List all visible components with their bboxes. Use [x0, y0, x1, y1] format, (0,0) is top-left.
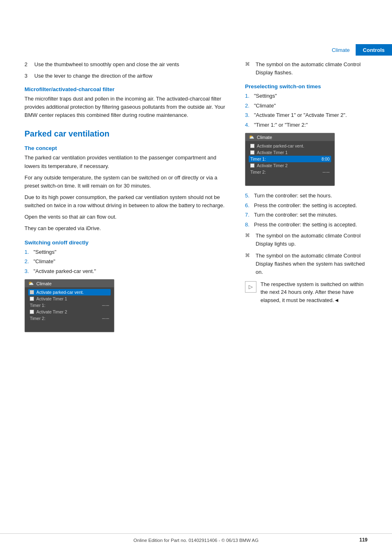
- climate-icon: ⛅: [28, 281, 34, 286]
- screen-2-menu: Activate parked-car vent. Activate Timer…: [245, 141, 334, 177]
- concept-text-3: Due to its high power consumption, the p…: [24, 193, 229, 210]
- page-number: 119: [359, 537, 368, 543]
- screen-menu-item: Activate Timer 1: [249, 149, 331, 156]
- concept-heading: The concept: [24, 145, 229, 151]
- list-item: 8. Press the controller: the setting is …: [245, 221, 368, 229]
- screen-menu-item: Activate Timer 2: [249, 162, 331, 169]
- list-item: 5. Turn the controller: set the hours.: [245, 192, 368, 200]
- note-flashes-on: ⌘ The symbol on the automatic climate Co…: [245, 252, 368, 276]
- switching-heading: Switching on/off directly: [24, 239, 229, 246]
- content-wrapper: 2 Use the thumbwheel to smoothly open an…: [24, 60, 368, 522]
- list-item: 4. "Timer 1:" or "Timer 2:": [245, 121, 368, 129]
- footer: Online Edition for Part no. 01402911406 …: [0, 533, 392, 543]
- tab-controls[interactable]: Controls: [356, 44, 392, 56]
- list-item: 7. Turn the controller: set the minutes.: [245, 211, 368, 219]
- left-column: 2 Use the thumbwheel to smoothly open an…: [24, 60, 229, 522]
- right-column: ⌘ The symbol on the automatic climate Co…: [245, 60, 368, 522]
- screen-1-titlebar: ⛅ Climate: [25, 280, 114, 287]
- screen-menu-item: Timer 1: 8:00: [249, 156, 331, 162]
- concept-text-5: They can be operated via iDrive.: [24, 224, 229, 233]
- checkbox-icon: [250, 144, 254, 148]
- screen-menu-item: Timer 2: ─·─: [28, 315, 111, 322]
- parked-car-heading: Parked car ventilation: [24, 129, 229, 139]
- screen-menu-item: Activate parked-car vent.: [249, 143, 331, 149]
- list-item: 2. "Climate": [24, 257, 229, 266]
- microfilter-heading: Microfilter/activated-charcoal filter: [24, 86, 229, 92]
- list-item: 6. Press the controller: the setting is …: [245, 201, 368, 210]
- concept-text-2: For any outside temperature, the system …: [24, 174, 229, 190]
- triangle-icon: [245, 281, 256, 293]
- concept-text-4: Open the vents so that air can flow out.: [24, 213, 229, 221]
- concept-text-1: The parked car ventilation provides vent…: [24, 154, 229, 170]
- screen-menu-item: Activate Timer 2: [28, 309, 111, 315]
- list-item: 2. "Climate": [245, 102, 368, 110]
- climate-icon: ⛅: [249, 134, 254, 140]
- screen-menu-item: Timer 2: ─·─: [249, 169, 331, 175]
- screen-1-menu: Activate parked-car vent. Activate Timer…: [25, 287, 114, 323]
- preselecting-heading: Preselecting switch-on times: [245, 83, 368, 90]
- list-item: 1. "Settings": [24, 248, 229, 256]
- switch-list: 1. "Settings" 2. "Climate" 3. "Activate …: [24, 248, 229, 275]
- checkbox-icon: [30, 290, 34, 294]
- note-lights-up: ⌘ The symbol on the automatic climate Co…: [245, 232, 368, 248]
- screen-menu-item: Activate Timer 1: [28, 295, 111, 302]
- triangle-note: The respective system is switched on wit…: [245, 280, 368, 304]
- tab-climate[interactable]: Climate: [326, 44, 355, 56]
- steps-5-8-list: 5. Turn the controller: set the hours. 6…: [245, 192, 368, 228]
- screen-1: ⛅ Climate Activate parked-car vent. Acti…: [24, 279, 114, 332]
- list-item: 1. "Settings": [245, 92, 368, 100]
- microfilter-text: The microfilter traps dust and pollen in…: [24, 95, 229, 119]
- checkbox-icon: [30, 297, 34, 301]
- screen-menu-item: Activate parked-car vent.: [28, 289, 111, 295]
- checkbox-icon: [250, 150, 254, 154]
- list-item: 3. "Activate Timer 1" or "Activate Timer…: [245, 111, 368, 119]
- list-item-2: 2 Use the thumbwheel to smoothly open an…: [24, 60, 229, 69]
- note-symbol-flash: ⌘ The symbol on the automatic climate Co…: [245, 60, 368, 77]
- checkbox-icon: [250, 163, 254, 168]
- list-item: 3. "Activate parked-car vent.": [24, 267, 229, 275]
- screen-2: ⛅ Climate Activate parked-car vent. Acti…: [245, 133, 335, 186]
- screen-menu-item: Timer 1: ─·─: [28, 302, 111, 309]
- list-item-3: 3 Use the lever to change the direction …: [24, 72, 229, 80]
- header-bar: Climate Controls: [196, 44, 392, 56]
- preselect-list: 1. "Settings" 2. "Climate" 3. "Activate …: [245, 92, 368, 129]
- checkbox-icon: [30, 310, 34, 314]
- screen-2-titlebar: ⛅ Climate: [245, 133, 334, 141]
